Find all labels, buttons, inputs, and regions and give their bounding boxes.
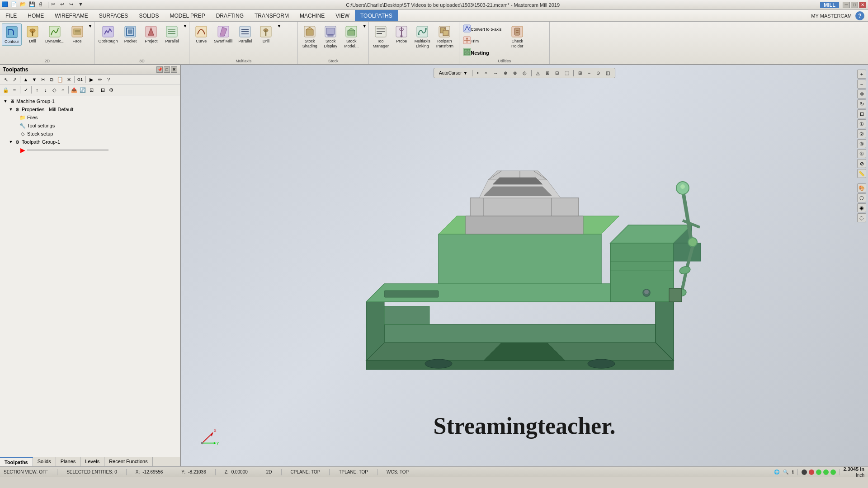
maximize-button[interactable]: □ (851, 2, 858, 8)
ptb-help[interactable]: ? (104, 75, 113, 84)
cut-icon[interactable]: ✂ (51, 1, 58, 9)
expand-properties[interactable]: ▼ (8, 107, 14, 112)
status-circle3[interactable] (816, 469, 821, 475)
ptb-lock[interactable]: 🔒 (2, 86, 10, 94)
ribbon-btn-curve[interactable]: Curve (191, 23, 211, 45)
ribbon-btn-check-holder[interactable]: CheckHolder (507, 23, 527, 50)
rt-section[interactable]: ⊘ (857, 159, 866, 168)
ribbon-btn-stock-shading[interactable]: StockShading (300, 23, 320, 50)
tree-properties[interactable]: ▼ ⚙ Properties - Mill Default (2, 105, 178, 113)
rt-view2[interactable]: ② (857, 129, 866, 138)
ptb-copy[interactable]: ⧉ (47, 75, 56, 84)
ribbon-btn-drill[interactable]: Drill (23, 23, 42, 45)
undo-icon[interactable]: ↩ (60, 1, 67, 9)
sel-btn5[interactable]: ⊗ (511, 69, 519, 77)
sel-btn9[interactable]: ⊟ (553, 69, 561, 77)
ptb-select-all[interactable]: ↖ (2, 75, 10, 84)
tab-solids[interactable]: Solids (33, 457, 56, 466)
menu-transform[interactable]: TRANSFORM (249, 10, 294, 21)
sel-btn7[interactable]: △ (534, 69, 542, 77)
ribbon-btn-convert-5axis[interactable]: Convert to 5-axis (461, 23, 503, 35)
ribbon-btn-project[interactable]: Project (141, 23, 161, 45)
menu-wireframe[interactable]: WIREFRAME (49, 10, 93, 21)
status-info-icon[interactable]: ℹ (792, 469, 794, 474)
ribbon-btn-drill-ma[interactable]: Drill (256, 23, 276, 45)
sel-btn4[interactable]: ⊕ (501, 69, 509, 77)
tree-play-item[interactable]: ▶ (2, 146, 178, 154)
sel-btn6[interactable]: ◎ (520, 69, 529, 77)
menu-drafting[interactable]: DRAFTING (211, 10, 249, 21)
ribbon-btn-parallel[interactable]: Parallel (235, 23, 255, 45)
menu-view[interactable]: VIEW (330, 10, 355, 21)
ptb-paste[interactable]: 📋 (56, 75, 64, 84)
status-zoom-icon[interactable]: 🔍 (783, 469, 788, 474)
rt-view1[interactable]: ① (857, 119, 866, 128)
sel-btn14[interactable]: ◫ (604, 69, 612, 77)
rt-appearance[interactable]: 🎨 (857, 183, 866, 192)
sel-btn11[interactable]: ⊞ (576, 69, 584, 77)
tree-tool-settings[interactable]: 🔧 Tool settings (2, 122, 178, 130)
ptb-edit[interactable]: ✏ (96, 75, 104, 84)
rt-hidden[interactable]: ◌ (857, 213, 866, 222)
sel-btn10[interactable]: ⬚ (562, 69, 571, 77)
ptb-delete[interactable]: ✕ (65, 75, 73, 84)
status-circle5[interactable] (830, 469, 836, 475)
redo-icon[interactable]: ↪ (69, 1, 76, 9)
tab-recent-functions[interactable]: Recent Functions (104, 457, 153, 466)
play-icon[interactable]: ▶ (19, 146, 26, 154)
ptb-check[interactable]: ✓ (22, 86, 30, 94)
help-button[interactable]: ? (855, 11, 864, 20)
ptb-circle[interactable]: ○ (59, 86, 67, 94)
ribbon-btn-stock-model[interactable]: StockModel... (341, 23, 361, 50)
rt-measure[interactable]: 📏 (857, 169, 866, 178)
menu-surfaces[interactable]: SURFACES (94, 10, 134, 21)
ribbon-btn-parallel-3d[interactable]: Parallel (162, 23, 182, 45)
expand-toolpath-group[interactable]: ▼ (8, 140, 14, 144)
ptb-compare[interactable]: ⊟ (99, 86, 107, 94)
menu-home[interactable]: HOME (22, 10, 49, 21)
print-icon[interactable]: 🖨 (38, 1, 45, 9)
3d-expand[interactable]: ▼ (183, 23, 187, 28)
menu-solids[interactable]: SOLIDS (133, 10, 164, 21)
save-icon[interactable]: 💾 (29, 1, 36, 9)
panel-pin-button[interactable]: 📌 (156, 66, 163, 73)
my-mastercam-button[interactable]: MY MASTERCAM (807, 13, 855, 19)
ribbon-btn-dynamic[interactable]: Dynamic... (43, 23, 66, 45)
status-circle1[interactable] (802, 469, 807, 475)
minimize-button[interactable]: ─ (843, 2, 850, 8)
menu-file[interactable]: FILE (0, 10, 22, 21)
status-globe-icon[interactable]: 🌐 (774, 469, 779, 474)
sel-btn12[interactable]: ⌁ (585, 69, 593, 77)
ribbon-btn-stock-display[interactable]: StockDisplay (321, 23, 340, 50)
sel-btn13[interactable]: ⊙ (594, 69, 602, 77)
stock-expand[interactable]: ▼ (362, 23, 367, 28)
tab-toolpaths[interactable]: Toolpaths (0, 457, 33, 466)
ribbon-btn-probe[interactable]: Probe (392, 23, 411, 45)
ribbon-btn-trim[interactable]: Trim (461, 35, 503, 47)
ptb-square[interactable]: ⊡ (87, 86, 95, 94)
sel-btn3[interactable]: → (491, 69, 500, 77)
ribbon-btn-face[interactable]: Face (67, 23, 87, 45)
ptb-sim[interactable]: ▶ (87, 75, 95, 84)
tab-levels[interactable]: Levels (80, 457, 104, 466)
rt-view3[interactable]: ③ (857, 139, 866, 148)
ptb-arrow-up[interactable]: ↑ (33, 86, 41, 94)
rt-wireframe[interactable]: ⬡ (857, 193, 866, 202)
ptb-folder-out[interactable]: 📤 (70, 86, 78, 94)
ptb-cut[interactable]: ✂ (39, 75, 47, 84)
open-icon[interactable]: 📂 (20, 1, 27, 9)
rt-zoom-out[interactable]: − (857, 80, 866, 89)
ma-expand[interactable]: ▼ (277, 23, 281, 28)
tab-planes[interactable]: Planes (56, 457, 81, 466)
tree-machine-group[interactable]: ▼ 🖥 Machine Group-1 (2, 97, 178, 105)
rt-zoom-in[interactable]: + (857, 70, 866, 79)
ptb-deselect[interactable]: ↗ (10, 75, 19, 84)
rt-pan[interactable]: ✥ (857, 89, 866, 99)
ribbon-btn-tool-manager[interactable]: ToolManager (371, 23, 391, 50)
panel-close-button[interactable]: ✕ (171, 66, 177, 73)
tree-toolpath-group[interactable]: ▼ ⚙ Toolpath Group-1 (2, 138, 178, 146)
tree-files[interactable]: 📁 Files (2, 113, 178, 122)
status-circle4[interactable] (823, 469, 829, 475)
ptb-config[interactable]: ⚙ (107, 86, 115, 94)
ptb-down[interactable]: ▼ (30, 75, 38, 84)
